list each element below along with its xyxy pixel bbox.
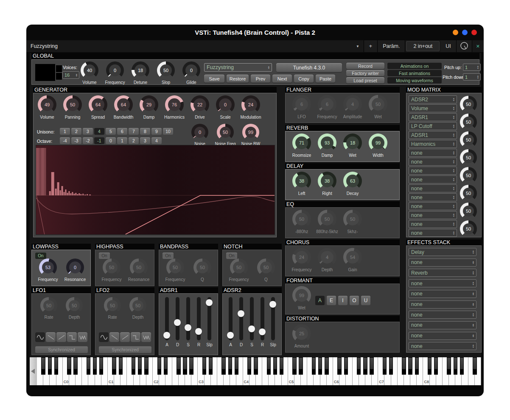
slider-thumb[interactable] [195,328,202,335]
lfo2-sync-button[interactable]: Synchronized [99,346,151,353]
dropdown-none[interactable]: none▴▾ [409,184,457,192]
knob-bandwidth[interactable]: 64Bandwidth [114,95,134,120]
knob-mod-amount[interactable]: 50 [460,185,477,202]
saw-down-wave-icon[interactable] [46,332,56,342]
black-key[interactable] [202,357,206,375]
slider-thumb[interactable] [174,319,181,326]
black-key[interactable] [473,357,476,375]
knob-frequency[interactable]: 0Frequency [105,61,125,85]
knob-mod-amount[interactable]: 50 [460,203,477,220]
knob-amplitude[interactable]: 4Amplitude [343,95,362,119]
spinner-down-icon[interactable]: ▾ [473,252,474,254]
knob-volume[interactable]: 40Volume [81,61,98,85]
dropdown-volume[interactable]: Volume▴▾ [409,104,457,112]
knob-noise-freq[interactable]: 50Noise Freq [215,124,236,146]
knob-resonance[interactable]: 50Resonance [128,259,150,282]
knob-harmonics[interactable]: 76Harmonics [164,95,185,120]
slider-thumb[interactable] [185,324,191,331]
knob-right[interactable]: 38Right [318,172,336,196]
black-key[interactable] [183,357,187,375]
add-preset-button[interactable]: + [364,40,378,52]
option-button-9[interactable]: 9 [151,128,162,135]
knob-scale[interactable]: 0Scale [216,95,235,120]
spinner-down-icon[interactable]: ▾ [473,346,474,348]
knob-slop[interactable]: 50Slop [157,61,175,85]
knob-width[interactable]: 99Width [369,134,387,158]
knob-amount[interactable]: 25Amount [292,324,311,348]
option-button-1[interactable]: 1 [117,137,127,144]
knob-frequency[interactable]: 53Frequency [38,259,58,282]
slider-thumb[interactable] [248,325,255,332]
random-wave-icon[interactable] [78,332,87,342]
black-key[interactable] [235,357,238,375]
black-key[interactable] [189,357,193,375]
preset-name-field[interactable]: Fuzzystring▴▾ [204,63,272,72]
knob-frequency[interactable]: 6Frequency [317,95,337,119]
option-button-3[interactable]: 3 [140,137,150,144]
knob-left[interactable]: 38Left [292,172,311,196]
black-key[interactable] [48,357,52,375]
knob-wet[interactable]: 50Wet [369,95,387,119]
slider-thumb[interactable] [259,328,266,335]
spectrum-display[interactable] [36,145,275,234]
io-config-button[interactable]: 2 in+out [406,41,440,51]
knob-880hz-5khz[interactable]: 50880hz-5khz [316,210,338,234]
spinner-down-icon[interactable]: ▾ [473,315,474,317]
knob-880hz[interactable]: 50-880hz [292,210,311,234]
spinner-down-icon[interactable]: ▾ [268,67,269,70]
paste-button[interactable]: Paste [316,75,335,83]
spinner-down-icon[interactable]: ▾ [473,336,474,338]
dropdown-none[interactable]: none▴▾ [409,332,476,340]
black-key[interactable] [221,357,225,375]
spinner-down-icon[interactable]: ▾ [453,100,454,102]
moving-waveforms-button[interactable]: Moving waveforms [387,77,442,83]
slider-s[interactable] [186,297,190,340]
spinner-down-icon[interactable]: ▾ [477,77,479,79]
dropdown-none[interactable]: none▴▾ [409,211,457,219]
knob-mod-amount[interactable]: 50 [460,131,477,148]
black-key[interactable] [299,357,303,375]
window-titlebar[interactable]: VSTi: Tunefish4 (Brain Control) - Pista … [26,25,484,40]
copy-button[interactable]: Copy [294,75,314,83]
black-key[interactable] [87,357,90,375]
spinner-down-icon[interactable]: ▾ [453,126,454,128]
sine-wave-icon[interactable] [99,332,109,342]
option-button-0[interactable]: 0 [106,137,116,144]
option-button-3[interactable]: 3 [83,128,93,135]
option-button-3[interactable]: -3 [71,137,81,144]
dropdown-lp-cutoff[interactable]: LP Cutoff▴▾ [409,122,457,130]
knob-gain[interactable]: 54Gain [343,248,362,272]
slider-a[interactable] [165,297,169,340]
black-key[interactable] [292,357,296,375]
black-key[interactable] [408,357,412,375]
knob-wet[interactable]: 99Wet [292,286,311,310]
knob-resonance[interactable]: 0Resonance [64,259,86,282]
knob-modulation[interactable]: 24Modulation [241,95,261,120]
slider-d[interactable] [176,297,179,340]
black-key[interactable] [41,357,45,375]
dropdown-none[interactable]: none▴▾ [409,342,476,350]
dropdown-none[interactable]: none▴▾ [409,229,457,237]
black-key[interactable] [280,357,283,375]
black-key[interactable] [138,357,142,375]
option-button-1[interactable]: -1 [94,137,104,144]
param-button[interactable]: Parâm. [378,40,405,52]
option-button-2[interactable]: 2 [129,137,139,144]
random-wave-icon[interactable] [141,332,151,342]
slider-r[interactable] [197,297,201,340]
scroll-left-icon[interactable] [31,369,35,374]
option-button-5[interactable]: 5 [106,128,116,135]
knob-noise-bw[interactable]: 99Noise BW [241,124,260,146]
knob-frequency[interactable]: 50Frequency [229,259,249,282]
slider-thumb[interactable] [238,310,244,317]
knob-depth[interactable]: 50Depth [66,297,83,320]
option-button-i[interactable]: I [338,296,347,305]
slider-thumb[interactable] [163,332,170,339]
version-button[interactable]: Tunefish 4.3.0 [276,63,342,72]
knob-glide[interactable]: 0Glide [182,61,200,85]
pitch-down-spinner[interactable]: 1▴▾ [463,73,481,81]
black-key[interactable] [357,357,361,375]
black-key[interactable] [434,357,438,375]
dropdown-none[interactable]: none▴▾ [409,290,476,298]
knob-drive[interactable]: 22Drive [191,95,209,120]
